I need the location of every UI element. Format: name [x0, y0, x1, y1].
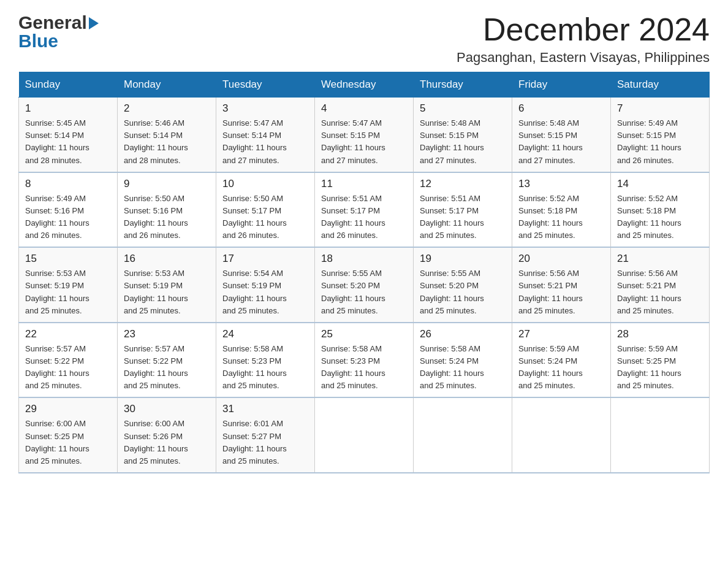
day-number: 20: [518, 253, 604, 265]
day-number: 13: [518, 178, 604, 190]
day-number: 17: [222, 253, 308, 265]
calendar-week-row: 1 Sunrise: 5:45 AMSunset: 5:14 PMDayligh…: [19, 98, 710, 172]
table-row: 19 Sunrise: 5:55 AMSunset: 5:20 PMDaylig…: [414, 247, 512, 323]
table-row: 22 Sunrise: 5:57 AMSunset: 5:22 PMDaylig…: [19, 323, 118, 398]
col-friday: Friday: [512, 72, 611, 98]
day-info: Sunrise: 5:49 AMSunset: 5:16 PMDaylight:…: [25, 193, 111, 242]
table-row: 29 Sunrise: 6:00 AMSunset: 5:25 PMDaylig…: [19, 397, 118, 473]
table-row: 20 Sunrise: 5:56 AMSunset: 5:21 PMDaylig…: [512, 247, 611, 323]
day-number: 28: [617, 328, 703, 340]
day-info: Sunrise: 5:59 AMSunset: 5:24 PMDaylight:…: [518, 343, 604, 393]
table-row: 1 Sunrise: 5:45 AMSunset: 5:14 PMDayligh…: [19, 98, 118, 172]
day-info: Sunrise: 5:52 AMSunset: 5:18 PMDaylight:…: [617, 193, 703, 242]
day-number: 3: [222, 102, 308, 115]
day-info: Sunrise: 5:47 AMSunset: 5:14 PMDaylight:…: [222, 117, 308, 167]
table-row: 5 Sunrise: 5:48 AMSunset: 5:15 PMDayligh…: [414, 98, 512, 172]
table-row: 16 Sunrise: 5:53 AMSunset: 5:19 PMDaylig…: [118, 247, 216, 323]
table-row: 8 Sunrise: 5:49 AMSunset: 5:16 PMDayligh…: [19, 172, 118, 248]
day-number: 26: [420, 328, 506, 340]
logo-text-blue: Blue: [18, 31, 58, 52]
logo-triangle-icon: [89, 17, 99, 29]
day-number: 23: [124, 328, 210, 340]
day-number: 27: [518, 328, 604, 340]
day-info: Sunrise: 5:56 AMSunset: 5:21 PMDaylight:…: [617, 267, 703, 317]
page-header: General Blue December 2024 Pagsanghan, E…: [18, 12, 710, 66]
day-number: 29: [25, 403, 111, 415]
day-info: Sunrise: 6:01 AMSunset: 5:27 PMDaylight:…: [222, 418, 308, 467]
day-info: Sunrise: 5:57 AMSunset: 5:22 PMDaylight:…: [25, 343, 111, 393]
day-info: Sunrise: 5:48 AMSunset: 5:15 PMDaylight:…: [518, 117, 604, 167]
title-block: December 2024 Pagsanghan, Eastern Visaya…: [457, 12, 710, 66]
calendar-week-row: 29 Sunrise: 6:00 AMSunset: 5:25 PMDaylig…: [19, 397, 710, 473]
calendar-table: Sunday Monday Tuesday Wednesday Thursday…: [18, 72, 710, 473]
col-wednesday: Wednesday: [315, 72, 414, 98]
day-number: 10: [222, 178, 308, 190]
logo-text-general: General: [18, 12, 87, 33]
day-info: Sunrise: 5:57 AMSunset: 5:22 PMDaylight:…: [124, 343, 210, 393]
day-number: 31: [222, 403, 308, 415]
table-row: 2 Sunrise: 5:46 AMSunset: 5:14 PMDayligh…: [118, 98, 216, 172]
day-info: Sunrise: 5:58 AMSunset: 5:24 PMDaylight:…: [420, 343, 506, 393]
day-info: Sunrise: 5:58 AMSunset: 5:23 PMDaylight:…: [222, 343, 308, 393]
day-number: 7: [617, 102, 703, 115]
table-row: 12 Sunrise: 5:51 AMSunset: 5:17 PMDaylig…: [414, 172, 512, 248]
col-sunday: Sunday: [19, 72, 118, 98]
col-saturday: Saturday: [611, 72, 710, 98]
day-info: Sunrise: 5:50 AMSunset: 5:16 PMDaylight:…: [124, 193, 210, 242]
table-row: 23 Sunrise: 5:57 AMSunset: 5:22 PMDaylig…: [118, 323, 216, 398]
calendar-subtitle: Pagsanghan, Eastern Visayas, Philippines: [457, 50, 710, 66]
day-info: Sunrise: 5:52 AMSunset: 5:18 PMDaylight:…: [518, 193, 604, 242]
day-number: 9: [124, 178, 210, 190]
col-thursday: Thursday: [414, 72, 512, 98]
table-row: 24 Sunrise: 5:58 AMSunset: 5:23 PMDaylig…: [216, 323, 315, 398]
calendar-week-row: 15 Sunrise: 5:53 AMSunset: 5:19 PMDaylig…: [19, 247, 710, 323]
day-number: 19: [420, 253, 506, 265]
table-row: 9 Sunrise: 5:50 AMSunset: 5:16 PMDayligh…: [118, 172, 216, 248]
day-number: 6: [518, 102, 604, 115]
table-row: 11 Sunrise: 5:51 AMSunset: 5:17 PMDaylig…: [315, 172, 414, 248]
day-info: Sunrise: 5:46 AMSunset: 5:14 PMDaylight:…: [124, 117, 210, 167]
table-row: [611, 397, 710, 473]
day-number: 5: [420, 102, 506, 115]
table-row: 27 Sunrise: 5:59 AMSunset: 5:24 PMDaylig…: [512, 323, 611, 398]
day-info: Sunrise: 5:51 AMSunset: 5:17 PMDaylight:…: [420, 193, 506, 242]
day-number: 16: [124, 253, 210, 265]
day-number: 21: [617, 253, 703, 265]
table-row: 17 Sunrise: 5:54 AMSunset: 5:19 PMDaylig…: [216, 247, 315, 323]
day-number: 2: [124, 102, 210, 115]
day-number: 25: [321, 328, 407, 340]
table-row: 28 Sunrise: 5:59 AMSunset: 5:25 PMDaylig…: [611, 323, 710, 398]
day-info: Sunrise: 6:00 AMSunset: 5:26 PMDaylight:…: [124, 418, 210, 467]
calendar-title: December 2024: [457, 12, 710, 47]
calendar-week-row: 8 Sunrise: 5:49 AMSunset: 5:16 PMDayligh…: [19, 172, 710, 248]
day-number: 15: [25, 253, 111, 265]
table-row: 10 Sunrise: 5:50 AMSunset: 5:17 PMDaylig…: [216, 172, 315, 248]
table-row: 14 Sunrise: 5:52 AMSunset: 5:18 PMDaylig…: [611, 172, 710, 248]
table-row: [414, 397, 512, 473]
day-number: 8: [25, 178, 111, 190]
day-number: 11: [321, 178, 407, 190]
col-tuesday: Tuesday: [216, 72, 315, 98]
day-info: Sunrise: 5:51 AMSunset: 5:17 PMDaylight:…: [321, 193, 407, 242]
table-row: 30 Sunrise: 6:00 AMSunset: 5:26 PMDaylig…: [118, 397, 216, 473]
table-row: 3 Sunrise: 5:47 AMSunset: 5:14 PMDayligh…: [216, 98, 315, 172]
day-info: Sunrise: 5:50 AMSunset: 5:17 PMDaylight:…: [222, 193, 308, 242]
day-number: 1: [25, 102, 111, 115]
day-info: Sunrise: 5:53 AMSunset: 5:19 PMDaylight:…: [124, 267, 210, 317]
table-row: 18 Sunrise: 5:55 AMSunset: 5:20 PMDaylig…: [315, 247, 414, 323]
day-number: 18: [321, 253, 407, 265]
day-number: 22: [25, 328, 111, 340]
day-info: Sunrise: 5:58 AMSunset: 5:23 PMDaylight:…: [321, 343, 407, 393]
table-row: 25 Sunrise: 5:58 AMSunset: 5:23 PMDaylig…: [315, 323, 414, 398]
day-number: 24: [222, 328, 308, 340]
day-info: Sunrise: 5:59 AMSunset: 5:25 PMDaylight:…: [617, 343, 703, 393]
table-row: 31 Sunrise: 6:01 AMSunset: 5:27 PMDaylig…: [216, 397, 315, 473]
table-row: 21 Sunrise: 5:56 AMSunset: 5:21 PMDaylig…: [611, 247, 710, 323]
table-row: 13 Sunrise: 5:52 AMSunset: 5:18 PMDaylig…: [512, 172, 611, 248]
day-info: Sunrise: 5:48 AMSunset: 5:15 PMDaylight:…: [420, 117, 506, 167]
day-number: 14: [617, 178, 703, 190]
table-row: [512, 397, 611, 473]
table-row: 15 Sunrise: 5:53 AMSunset: 5:19 PMDaylig…: [19, 247, 118, 323]
day-info: Sunrise: 5:53 AMSunset: 5:19 PMDaylight:…: [25, 267, 111, 317]
day-number: 4: [321, 102, 407, 115]
